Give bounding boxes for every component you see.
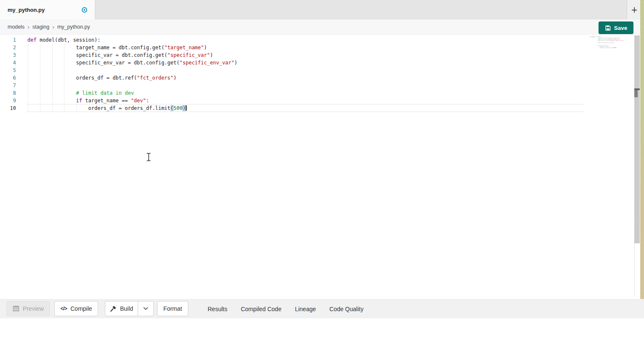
- token-plain: ): [234, 60, 237, 66]
- tab-compiled-code[interactable]: Compiled Code: [234, 300, 289, 318]
- token-plain: ): [174, 75, 176, 81]
- format-label: Format: [163, 305, 182, 312]
- token-keyword: if: [76, 98, 82, 104]
- token-caret: [186, 105, 187, 111]
- token-plain: :: [146, 98, 149, 104]
- code-line[interactable]: orders_df = orders_df.limit(500): [27, 104, 238, 112]
- build-options-button[interactable]: [138, 301, 154, 316]
- line-number: 7: [0, 82, 16, 89]
- token-plain: target_name ==: [599, 46, 607, 47]
- breadcrumb-models[interactable]: models: [8, 24, 24, 30]
- token-string: "specific_env_var": [615, 40, 624, 41]
- build-button[interactable]: Build: [105, 301, 138, 316]
- line-number: 5: [0, 67, 16, 74]
- new-tab-button[interactable]: +: [627, 0, 641, 19]
- breadcrumb-bar: models › staging › my_python.py Save: [0, 19, 644, 35]
- tab-lineage[interactable]: Lineage: [288, 300, 323, 318]
- code-line[interactable]: if target_name == "dev":: [27, 97, 238, 104]
- bottom-toolbar: Preview </> Compile Build Format Results…: [0, 299, 644, 318]
- breadcrumb-file: my_python.py: [57, 24, 90, 30]
- code-line[interactable]: [27, 67, 238, 74]
- token-plain: orders_df = dbt.ref(: [27, 75, 137, 81]
- mouse-ibeam-cursor: [146, 152, 152, 162]
- tab-results[interactable]: Results: [201, 300, 234, 318]
- breadcrumb-staging[interactable]: staging: [32, 24, 49, 30]
- table-grid-icon: [13, 306, 19, 312]
- token-plain: :: [609, 46, 610, 47]
- token-plain: orders_df = dbt.ref(: [590, 42, 608, 43]
- token-string: "fct_orders": [137, 75, 174, 81]
- code-line[interactable]: [27, 82, 238, 89]
- token-string: "target_name": [612, 37, 619, 38]
- scrollbar-track-edge: [634, 243, 635, 297]
- token-string: "dev": [131, 98, 146, 104]
- token-plain: ): [620, 39, 620, 40]
- token-string: "specific_var": [167, 52, 210, 58]
- preview-button[interactable]: Preview: [6, 301, 50, 316]
- line-number: 6: [0, 74, 16, 82]
- code-line[interactable]: specific_env_var = dbt.config.get("speci…: [27, 59, 238, 67]
- token-keyword: def: [27, 37, 37, 43]
- token-plain: [590, 46, 598, 47]
- save-button[interactable]: Save: [599, 21, 633, 34]
- line-number: 3: [0, 51, 16, 59]
- token-number: 500: [174, 105, 183, 111]
- line-number-gutter: 12345678910: [0, 36, 16, 112]
- token-plain: [27, 98, 76, 104]
- chevron-right-icon: ›: [27, 24, 29, 30]
- token-plain: ): [624, 40, 625, 41]
- token-comment: # limit data in dev: [76, 90, 134, 96]
- tab-title: my_python.py: [8, 7, 82, 13]
- format-button[interactable]: Format: [157, 301, 188, 316]
- token-plain: model(dbt, session):: [37, 37, 101, 43]
- code-line[interactable]: target_name = dbt.config.get("target_nam…: [27, 44, 238, 51]
- token-comment: # limit data in dev: [598, 45, 607, 45]
- preview-label: Preview: [23, 305, 44, 312]
- token-string: "specific_env_var": [179, 60, 234, 66]
- token-plain: [590, 45, 598, 45]
- scrollbar-thumb[interactable]: [634, 90, 638, 97]
- compile-label: Compile: [70, 305, 92, 312]
- token-plain: model(dbt, session):: [591, 36, 602, 37]
- token-plain: ): [210, 52, 213, 58]
- code-minimap[interactable]: def model(dbt, session): target_name = d…: [590, 36, 633, 48]
- token-bracket: ): [182, 105, 185, 111]
- line-number: 1: [0, 36, 16, 44]
- token-string: "target_name": [164, 45, 204, 51]
- token-plain: target_name = dbt.config.get(: [27, 45, 164, 51]
- ide-screen: my_python.py + models › staging › my_pyt…: [0, 0, 644, 360]
- floppy-disk-icon: [605, 25, 611, 31]
- code-editor[interactable]: 12345678910 def model(dbt, session): tar…: [0, 35, 640, 297]
- code-line[interactable]: # limit data in dev: [27, 89, 238, 97]
- tab-my-python[interactable]: my_python.py: [0, 0, 95, 19]
- code-content[interactable]: def model(dbt, session): target_name = d…: [27, 36, 238, 112]
- build-label: Build: [120, 305, 133, 312]
- code-line[interactable]: orders_df = orders_df.limit(500): [590, 47, 633, 48]
- line-number: 10: [0, 104, 16, 112]
- unsaved-changes-dot-icon: [82, 7, 87, 13]
- token-plain: specific_env_var = dbt.config.get(: [590, 40, 615, 41]
- token-plain: specific_var = dbt.config.get(: [27, 52, 167, 58]
- code-line[interactable]: orders_df = dbt.ref("fct_orders"): [27, 74, 238, 82]
- editor-tab-bar: my_python.py +: [0, 0, 644, 19]
- code-line[interactable]: specific_var = dbt.config.get("specific_…: [27, 51, 238, 59]
- token-bracket: ): [615, 47, 616, 48]
- token-plain: ): [204, 45, 207, 51]
- desktop-edge-strip: [640, 0, 644, 299]
- breadcrumb: models › staging › my_python.py: [8, 19, 90, 34]
- token-plain: [27, 90, 76, 96]
- token-string: "specific_var": [613, 39, 620, 40]
- panel-tab-list: Results Compiled Code Lineage Code Quali…: [201, 300, 370, 318]
- line-number: 2: [0, 44, 16, 51]
- tab-code-quality[interactable]: Code Quality: [323, 300, 370, 318]
- token-plain: target_name ==: [82, 98, 131, 104]
- chevron-down-icon: [143, 307, 148, 310]
- compile-button[interactable]: </> Compile: [54, 301, 98, 316]
- editor-scrollbar[interactable]: [634, 35, 640, 243]
- token-plain: orders_df = orders_df.limit: [27, 105, 171, 111]
- chevron-right-icon: ›: [52, 24, 54, 30]
- save-label: Save: [614, 25, 628, 31]
- code-line[interactable]: def model(dbt, session):: [27, 36, 238, 44]
- token-plain: specific_env_var = dbt.config.get(: [27, 60, 179, 66]
- token-plain: ): [619, 37, 620, 38]
